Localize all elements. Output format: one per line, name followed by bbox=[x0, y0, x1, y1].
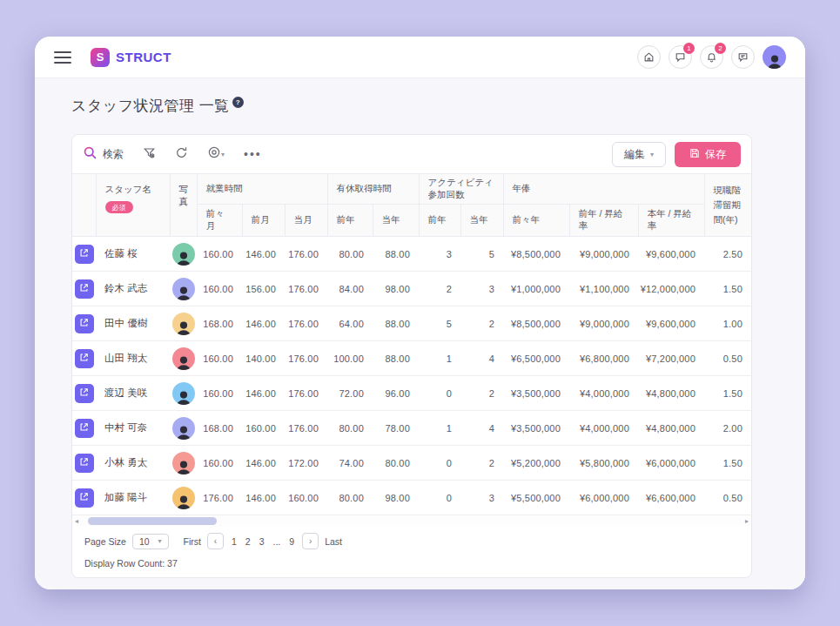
hours-m0-cell: 176.00 bbox=[285, 376, 327, 411]
salary-y1-cell: ¥6,800,000 bbox=[569, 341, 638, 376]
salary-y1-cell: ¥4,000,000 bbox=[569, 376, 638, 411]
first-page-button[interactable]: First bbox=[184, 536, 201, 547]
leave-prev-cell: 100.00 bbox=[327, 341, 373, 376]
last-page-button[interactable]: Last bbox=[325, 536, 342, 547]
more-button[interactable]: ••• bbox=[244, 150, 262, 158]
prev-page-button[interactable]: ‹ bbox=[207, 533, 224, 549]
edit-button[interactable]: 編集▾ bbox=[612, 142, 666, 167]
salary-y1-cell: ¥9,000,000 bbox=[569, 237, 638, 272]
table-body: 佐藤 桜 160.00 146.00 176.00 80.00 88.00 3 … bbox=[72, 237, 751, 515]
hours-m0-cell: 160.00 bbox=[285, 481, 327, 515]
open-record-button[interactable] bbox=[75, 454, 94, 473]
activity-prev-cell: 1 bbox=[419, 341, 460, 376]
activity-prev-cell: 5 bbox=[419, 306, 460, 341]
activity-cur-cell: 3 bbox=[460, 272, 503, 306]
col-header-photo: 写真 bbox=[170, 174, 197, 237]
page-title: スタッフ状況管理 一覧? bbox=[71, 96, 805, 116]
staff-name-cell: 加藤 陽斗 bbox=[96, 481, 170, 515]
page-number[interactable]: 2 bbox=[244, 536, 252, 547]
col-header-staff-name: スタッフ名 必須 bbox=[96, 174, 170, 237]
top-actions: 1 2 bbox=[637, 45, 786, 69]
col-group-paid-leave: 有休取得時間 bbox=[327, 174, 419, 205]
salary-y2-cell: ¥8,500,000 bbox=[503, 237, 569, 272]
col-header-last-month: 前月 bbox=[242, 205, 285, 237]
app-window: S STRUCT 1 2 bbox=[35, 37, 805, 589]
page-size-label: Page Size bbox=[84, 536, 126, 547]
search-icon bbox=[83, 145, 97, 164]
memo-button[interactable] bbox=[731, 45, 755, 69]
user-avatar[interactable] bbox=[763, 45, 786, 69]
col-group-activity: アクティビティ参加回数 bbox=[419, 174, 503, 205]
hours-m2-cell: 160.00 bbox=[197, 376, 242, 411]
chat-badge: 1 bbox=[683, 43, 695, 54]
salary-y0-cell: ¥6,000,000 bbox=[638, 446, 704, 481]
hours-m1-cell: 140.00 bbox=[242, 341, 285, 376]
tenure-cell: 2.50 bbox=[704, 237, 751, 272]
table-row: 田中 優樹 168.00 146.00 176.00 64.00 88.00 5… bbox=[72, 306, 751, 341]
save-button[interactable]: 保存 bbox=[675, 142, 741, 167]
activity-cur-cell: 3 bbox=[460, 481, 503, 515]
page-size-select[interactable]: 10 ▾ bbox=[132, 534, 169, 549]
chat-button[interactable]: 1 bbox=[669, 45, 692, 69]
scrollbar-thumb[interactable] bbox=[88, 517, 217, 525]
open-record-button[interactable] bbox=[75, 314, 94, 333]
open-record-button[interactable] bbox=[75, 279, 94, 299]
open-record-button[interactable] bbox=[75, 488, 94, 508]
refresh-icon bbox=[175, 146, 188, 163]
visibility-icon bbox=[207, 145, 221, 163]
salary-y2-cell: ¥5,500,000 bbox=[503, 481, 569, 515]
leave-cur-cell: 88.00 bbox=[373, 341, 419, 376]
visibility-button[interactable]: ▾ bbox=[207, 145, 225, 163]
page-number[interactable]: 9 bbox=[287, 536, 296, 547]
refresh-button[interactable] bbox=[175, 146, 188, 163]
open-record-button[interactable] bbox=[75, 245, 94, 264]
open-record-button[interactable] bbox=[75, 349, 94, 368]
salary-y2-cell: ¥8,500,000 bbox=[503, 306, 569, 341]
leave-cur-cell: 88.00 bbox=[373, 237, 419, 272]
leave-prev-cell: 80.00 bbox=[327, 237, 373, 272]
staff-table: スタッフ名 必須 写真 就業時間 有休取得時間 アクティビティ参加回数 年俸 現… bbox=[72, 173, 751, 515]
bell-button[interactable]: 2 bbox=[700, 45, 723, 69]
salary-y0-cell: ¥6,600,000 bbox=[638, 481, 704, 515]
horizontal-scrollbar[interactable]: ◂ ▸ bbox=[72, 515, 751, 527]
salary-y0-cell: ¥9,600,000 bbox=[638, 237, 704, 272]
bell-icon bbox=[706, 51, 717, 63]
home-button[interactable] bbox=[637, 45, 661, 69]
hours-m0-cell: 176.00 bbox=[285, 237, 327, 272]
salary-y0-cell: ¥9,600,000 bbox=[638, 306, 704, 341]
staff-avatar bbox=[172, 347, 195, 370]
col-header-current-month: 当月 bbox=[285, 205, 327, 237]
help-badge[interactable]: ? bbox=[232, 97, 244, 108]
hours-m0-cell: 172.00 bbox=[285, 446, 327, 481]
page-number[interactable]: 1 bbox=[230, 536, 239, 547]
pagination-bar: Page Size 10 ▾ First ‹ 123...9 › Last bbox=[72, 527, 751, 553]
next-page-button[interactable]: › bbox=[302, 533, 319, 549]
open-record-button[interactable] bbox=[75, 419, 94, 438]
salary-y1-cell: ¥9,000,000 bbox=[569, 306, 638, 341]
filter-button[interactable] bbox=[143, 146, 156, 163]
hours-m2-cell: 168.00 bbox=[197, 306, 242, 341]
hours-m0-cell: 176.00 bbox=[285, 341, 327, 376]
staff-avatar bbox=[172, 313, 195, 335]
staff-avatar bbox=[172, 417, 195, 440]
table-row: 中村 可奈 168.00 160.00 176.00 80.00 78.00 1… bbox=[72, 411, 751, 446]
hours-m2-cell: 168.00 bbox=[197, 411, 242, 446]
page-number[interactable]: 3 bbox=[258, 536, 266, 547]
col-header-salary-current-year: 本年 / 昇給率 bbox=[638, 205, 704, 237]
scroll-left-arrow-icon[interactable]: ◂ bbox=[74, 515, 79, 527]
staff-name-cell: 鈴木 武志 bbox=[96, 272, 170, 306]
tenure-cell: 0.50 bbox=[704, 341, 751, 376]
page-list: 123...9 bbox=[230, 536, 296, 547]
scrollbar-track[interactable] bbox=[81, 517, 743, 525]
salary-y1-cell: ¥5,800,000 bbox=[569, 446, 638, 481]
chevron-down-icon: ▾ bbox=[650, 151, 654, 158]
hamburger-menu-button[interactable] bbox=[54, 51, 71, 64]
scroll-right-arrow-icon[interactable]: ▸ bbox=[744, 515, 749, 527]
salary-y2-cell: ¥3,500,000 bbox=[503, 376, 569, 411]
page-ellipsis: ... bbox=[272, 536, 283, 547]
search-control[interactable]: 検索 bbox=[83, 145, 124, 164]
app-logo: S STRUCT bbox=[91, 48, 171, 67]
open-record-button[interactable] bbox=[75, 384, 94, 403]
external-link-icon bbox=[79, 247, 89, 260]
salary-y2-cell: ¥6,500,000 bbox=[503, 341, 569, 376]
